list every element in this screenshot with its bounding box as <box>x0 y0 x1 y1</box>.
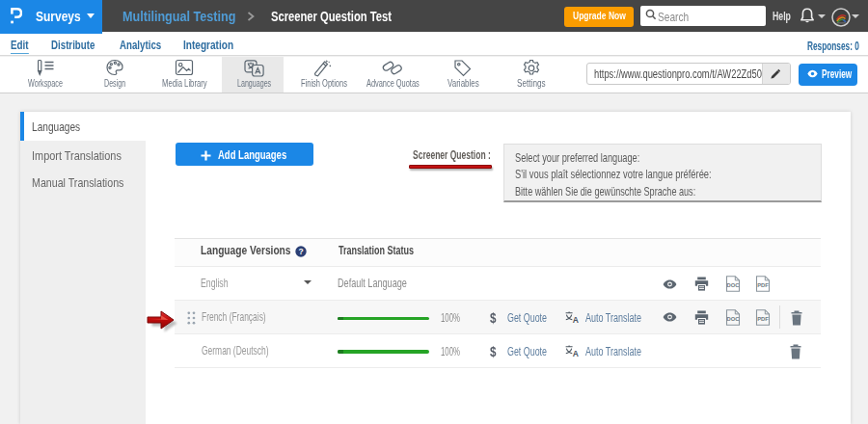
svg-text:DOC: DOC <box>726 316 740 322</box>
svg-text:DOC: DOC <box>726 282 740 288</box>
svg-text:PDF: PDF <box>757 316 769 322</box>
svg-text:A: A <box>573 315 579 323</box>
svg-text:PDF: PDF <box>757 282 769 288</box>
svg-text:A: A <box>573 349 579 357</box>
svg-text:?: ? <box>298 247 303 256</box>
